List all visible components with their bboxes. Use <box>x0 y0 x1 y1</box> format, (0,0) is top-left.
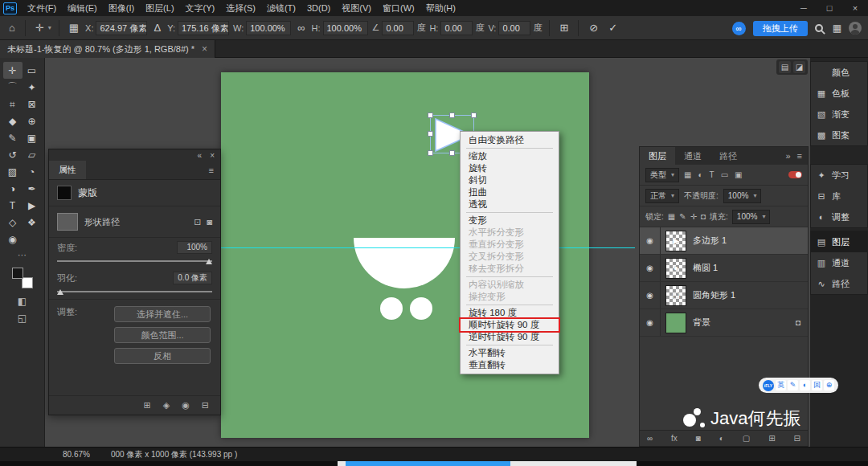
feather-value[interactable]: 0.0 像素 <box>173 272 212 284</box>
density-value[interactable]: 100% <box>177 241 212 254</box>
filter-type-dropdown[interactable]: 类型 ▾ <box>645 168 679 182</box>
tab-channels[interactable]: 通道 <box>675 147 710 165</box>
transform-handle[interactable] <box>471 112 477 118</box>
menu-item-flip-horizontal[interactable]: 水平翻转 <box>461 347 559 359</box>
tab-properties[interactable]: 属性 <box>49 161 86 179</box>
layer-row-rounded-rect-1[interactable]: ◉ ▢ 圆角矩形 1 <box>640 282 808 309</box>
menu-select[interactable]: 选择(S) <box>220 0 261 16</box>
menu-image[interactable]: 图像(I) <box>103 0 140 16</box>
reference-point-icon[interactable]: ▦ <box>67 22 81 34</box>
color-range-button[interactable]: 颜色范围... <box>114 327 211 343</box>
menu-item-rotate-180[interactable]: 旋转 180 度 <box>461 307 559 319</box>
invert-button[interactable]: 反相 <box>114 348 211 364</box>
menu-3d[interactable]: 3D(D) <box>301 0 336 16</box>
menu-item-warp[interactable]: 变形 <box>461 215 559 227</box>
search-icon[interactable] <box>815 24 823 32</box>
layer-name[interactable]: 椭圆 1 <box>693 262 718 274</box>
clone-stamp-tool-button[interactable]: ▣ <box>23 129 42 146</box>
tool-preset-caret-icon[interactable]: ▾ <box>48 24 51 31</box>
lock-transparent-pixels-icon[interactable]: ▦ <box>668 212 675 221</box>
lock-position-icon[interactable]: ✛ <box>690 212 697 221</box>
add-pixel-mask-icon[interactable]: ⊡ <box>194 217 201 227</box>
layer-thumbnail[interactable] <box>665 313 686 333</box>
commit-transform-icon[interactable]: ✓ <box>605 22 620 34</box>
quick-mask-icon[interactable]: ◧ <box>18 296 27 307</box>
drag-upload-button[interactable]: 拖拽上传 <box>753 21 808 36</box>
menu-edit[interactable]: 编辑(E) <box>62 0 103 16</box>
scrollbar-thumb[interactable] <box>346 461 510 466</box>
layer-name[interactable]: 多边形 1 <box>693 235 727 247</box>
menu-item-distort[interactable]: 扭曲 <box>461 186 559 198</box>
density-slider[interactable] <box>57 256 212 267</box>
zoom-level[interactable]: 80.67% <box>63 450 90 459</box>
layer-name[interactable]: 背景 <box>693 317 710 329</box>
menu-filter[interactable]: 滤镜(T) <box>261 0 301 16</box>
user-avatar[interactable] <box>849 22 862 35</box>
ime-skin-icon[interactable]: ◐ <box>800 380 810 390</box>
filter-shape-layers-icon[interactable]: ▭ <box>719 170 730 179</box>
panel-stub-swatches[interactable]: ▦ 色板 <box>811 83 867 104</box>
blend-mode-dropdown[interactable]: 正常 ▾ <box>645 189 679 203</box>
edit-toolbar-icon[interactable]: ⋯ <box>18 250 27 260</box>
ime-board-icon[interactable]: 回 <box>812 380 822 390</box>
eraser-tool-button[interactable]: ▱ <box>23 146 42 163</box>
panel-stub-paths[interactable]: ∿ 路径 <box>811 273 867 294</box>
feather-slider-thumb[interactable] <box>57 289 63 295</box>
layer-thumbnail[interactable]: ▶ <box>665 231 686 251</box>
collapse-panel-icon[interactable]: « <box>198 151 203 160</box>
adjustment-layer-icon[interactable]: ◐ <box>719 434 724 443</box>
quick-selection-tool-button[interactable]: ✦ <box>23 79 42 96</box>
panel-menu-icon[interactable]: ≡ <box>209 166 220 175</box>
frame-tool-button[interactable]: ⊠ <box>23 96 42 112</box>
horizontal-guide[interactable] <box>221 247 635 248</box>
menu-item-free-transform-path[interactable]: 自由变换路径 <box>461 134 559 146</box>
shape-tool-button[interactable]: ◇ <box>3 214 23 231</box>
lasso-tool-button[interactable]: ⌒ <box>3 79 23 96</box>
layer-visibility-icon[interactable]: ◉ <box>640 282 661 309</box>
add-layer-mask-icon[interactable]: ◙ <box>696 434 701 443</box>
layer-name[interactable]: 圆角矩形 1 <box>693 289 735 301</box>
ime-handwriting-icon[interactable]: ✎ <box>788 380 798 390</box>
collapsed-panel-icon-2[interactable]: ◪ <box>793 61 805 73</box>
menu-window[interactable]: 窗口(W) <box>377 0 420 16</box>
delete-mask-icon[interactable]: ⊟ <box>202 400 209 411</box>
menu-file[interactable]: 文件(F) <box>22 0 62 16</box>
new-group-icon[interactable]: ▢ <box>743 434 750 443</box>
transform-handle[interactable] <box>428 150 433 156</box>
menu-item-rotate[interactable]: 旋转 <box>461 162 559 174</box>
menu-item-flip-vertical[interactable]: 垂直翻转 <box>461 359 559 371</box>
panel-stub-adjustments[interactable]: ◐ 调整 <box>811 206 867 227</box>
maintain-aspect-ratio-icon[interactable]: ∞ <box>295 22 307 34</box>
creative-cloud-icon[interactable]: ∞ <box>732 22 746 35</box>
rotation-input[interactable]: 0.00 <box>382 21 414 35</box>
new-layer-icon[interactable]: ⊞ <box>768 434 775 443</box>
transform-handle[interactable] <box>428 131 433 137</box>
transform-handle[interactable] <box>428 112 433 118</box>
cancel-transform-icon[interactable]: ⊘ <box>586 22 601 34</box>
brush-tool-button[interactable]: ✎ <box>3 129 23 146</box>
panel-menu-icon[interactable]: ≡ <box>797 151 802 161</box>
horizontal-scrollbar[interactable] <box>338 461 637 466</box>
panel-stub-patterns[interactable]: ▩ 图案 <box>811 125 867 145</box>
menu-layer[interactable]: 图层(L) <box>140 0 179 16</box>
load-selection-icon[interactable]: ⊞ <box>143 400 150 411</box>
document-tab[interactable]: 未标题-1-恢复的 @ 80.7% (多边形 1, RGB/8#) * × <box>0 40 215 58</box>
screen-mode-icon[interactable]: ◱ <box>18 313 27 324</box>
transform-handle[interactable] <box>449 150 455 156</box>
filter-smart-objects-icon[interactable]: ▣ <box>733 170 743 179</box>
panel-stub-channels[interactable]: ▥ 通道 <box>811 252 867 273</box>
color-swatches[interactable] <box>10 266 35 290</box>
restore-button[interactable]: □ <box>817 0 842 16</box>
move-tool-button[interactable]: ✛ <box>3 62 23 79</box>
close-document-icon[interactable]: × <box>202 43 207 55</box>
relative-position-icon[interactable]: Δ <box>151 22 163 34</box>
layer-visibility-icon[interactable]: ◉ <box>640 309 661 336</box>
menu-item-perspective[interactable]: 透视 <box>461 198 559 211</box>
panel-stub-libraries[interactable]: ⊟ 库 <box>811 186 867 206</box>
dodge-tool-button[interactable]: ◑ <box>3 180 23 197</box>
healing-brush-tool-button[interactable]: ⊕ <box>23 112 42 129</box>
enable-mask-icon[interactable]: ◉ <box>182 400 190 411</box>
filter-type-layers-icon[interactable]: T <box>708 170 716 179</box>
panel-stub-gradients[interactable]: ▧ 渐变 <box>811 104 867 125</box>
background-color-swatch[interactable] <box>22 277 33 288</box>
